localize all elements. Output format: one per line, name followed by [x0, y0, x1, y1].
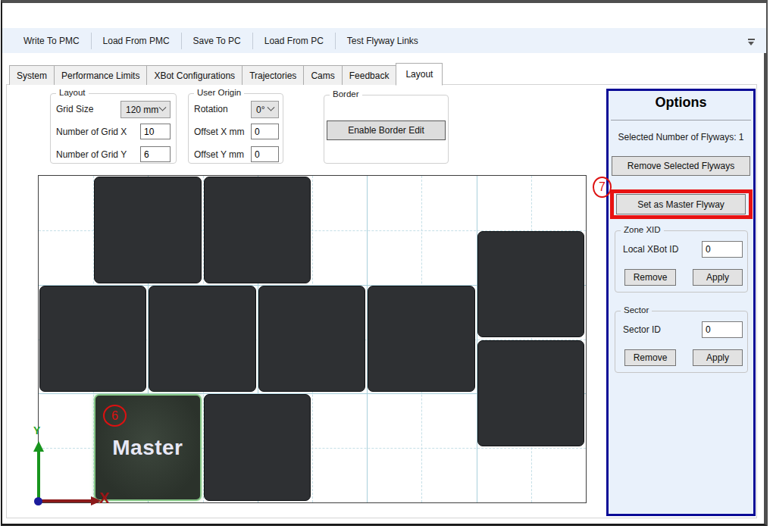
group-user-origin-title: User Origin	[194, 88, 244, 97]
grid-x-label: Number of Grid X	[56, 127, 127, 137]
flyway-tile[interactable]	[204, 177, 311, 283]
group-sector: Sector Sector ID Remove Apply	[615, 311, 748, 373]
group-border-title: Border	[330, 89, 362, 99]
group-zone-xid-title: Zone XID	[621, 225, 664, 234]
tab-xbot-configurations[interactable]: XBot Configurations	[146, 65, 243, 85]
group-sector-title: Sector	[621, 305, 652, 315]
sector-id-input[interactable]	[702, 321, 743, 338]
tab-cams[interactable]: Cams	[303, 65, 342, 85]
flyway-tile[interactable]	[368, 286, 474, 393]
local-xbot-id-label: Local XBot ID	[623, 244, 678, 255]
zone-remove-button[interactable]: Remove	[624, 269, 676, 286]
sector-apply-button[interactable]: Apply	[693, 349, 743, 366]
x-axis-label: X	[99, 490, 109, 507]
chevron-down-icon	[268, 104, 275, 111]
annotation-highlight-rect	[610, 189, 753, 219]
sector-remove-button[interactable]: Remove	[624, 349, 676, 366]
toolbar-overflow-icon[interactable]	[746, 39, 756, 49]
selected-flyways-count: Selected Number of Flyways: 1	[609, 132, 753, 142]
grid-size-dropdown[interactable]: 120 mm	[120, 101, 171, 118]
toolbar-button-test-flyway-links[interactable]: Test Flyway Links	[336, 32, 430, 50]
local-xbot-id-input[interactable]	[702, 241, 743, 258]
flyway-tile[interactable]	[477, 340, 584, 447]
tab-feedback[interactable]: Feedback	[342, 65, 397, 85]
master-flyway-label: Master	[112, 436, 183, 460]
options-separator	[611, 120, 751, 120]
chevron-down-icon	[748, 42, 754, 45]
toolbar-items: Write To PMCLoad From PMCSave To PCLoad …	[12, 28, 430, 53]
options-title: Options	[609, 95, 753, 111]
rotation-label: Rotation	[194, 104, 228, 114]
group-border: Border Enable Border Edit	[324, 95, 449, 164]
tab-layout[interactable]: Layout	[396, 63, 443, 86]
grid-y-input[interactable]	[140, 146, 171, 162]
zone-apply-button[interactable]: Apply	[693, 269, 743, 286]
group-zone-xid: Zone XID Local XBot ID Remove Apply	[615, 230, 748, 293]
grid-size-label: Grid Size	[56, 104, 93, 114]
annotation-step-7: 7	[593, 177, 612, 198]
tab-performance-limits[interactable]: Performance Limits	[54, 65, 147, 85]
annotation-step-6: 6	[103, 405, 127, 427]
layout-canvas[interactable]: Master	[38, 175, 587, 503]
offset-x-input[interactable]	[251, 124, 279, 139]
y-axis-line	[37, 450, 40, 501]
flyway-tile[interactable]	[39, 286, 146, 393]
rotation-value: 0°	[256, 105, 264, 115]
sector-id-label: Sector ID	[623, 324, 661, 335]
flyway-tile[interactable]	[149, 286, 255, 393]
flyway-tile[interactable]	[204, 394, 311, 501]
tab-strip: SystemPerformance LimitsXBot Configurati…	[9, 64, 442, 85]
toolbar-button-load-from-pmc[interactable]: Load From PMC	[92, 32, 181, 50]
overflow-bar-icon	[748, 39, 755, 40]
chevron-down-icon	[159, 104, 167, 111]
toolbar-button-save-to-pc[interactable]: Save To PC	[182, 32, 252, 50]
remove-selected-flyways-button[interactable]: Remove Selected Flyways	[612, 156, 750, 176]
tab-trajectories[interactable]: Trajectories	[242, 65, 304, 85]
grid-size-value: 120 mm	[126, 105, 158, 115]
origin-dot-icon	[34, 497, 42, 505]
rotation-dropdown[interactable]: 0°	[251, 101, 279, 118]
grid-x-input[interactable]	[140, 124, 171, 139]
toolbar-button-load-from-pc[interactable]: Load From PC	[253, 32, 335, 50]
group-layout-title: Layout	[56, 88, 89, 97]
flyway-tile[interactable]	[94, 177, 201, 283]
group-user-origin: User Origin Rotation 0° Offset X mm Offs…	[188, 93, 283, 164]
y-axis-label: Y	[33, 424, 40, 437]
title-bar	[2, 3, 766, 28]
group-layout: Layout Grid Size 120 mm Number of Grid X…	[50, 93, 177, 164]
flyway-tile[interactable]	[477, 231, 584, 338]
x-axis-line	[42, 499, 92, 502]
offset-x-label: Offset X mm	[194, 127, 244, 137]
toolbar-button-write-to-pmc[interactable]: Write To PMC	[12, 32, 91, 50]
enable-border-edit-button[interactable]: Enable Border Edit	[327, 120, 446, 140]
options-panel: Options Selected Number of Flyways: 1 Re…	[606, 89, 756, 516]
grid-y-label: Number of Grid Y	[56, 149, 127, 160]
tab-system[interactable]: System	[9, 65, 55, 85]
flyway-tile[interactable]	[258, 286, 365, 393]
offset-y-label: Offset Y mm	[194, 149, 244, 160]
offset-y-input[interactable]	[251, 146, 279, 162]
